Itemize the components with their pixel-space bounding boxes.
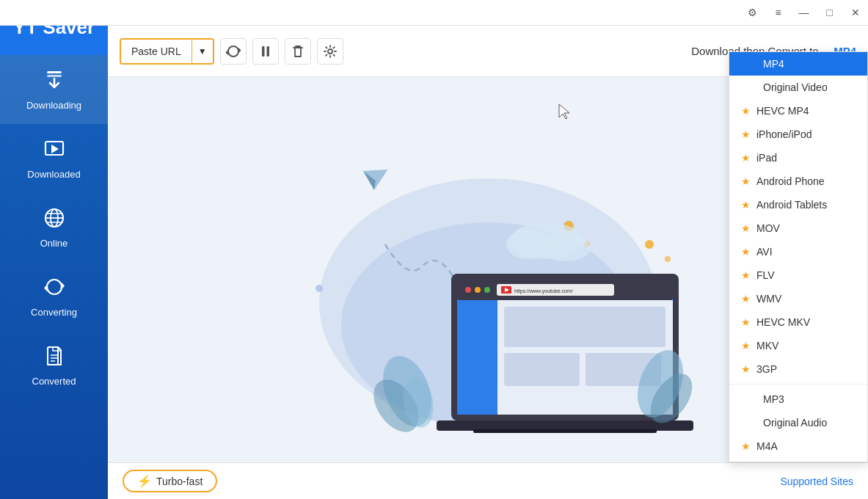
svg-rect-42: [457, 300, 497, 415]
dropdown-item-label: AVI: [756, 246, 773, 258]
delete-button[interactable]: [285, 38, 311, 65]
dropdown-item-label: Android Phone: [756, 175, 825, 187]
dropdown-item-m4a[interactable]: ★M4A: [729, 434, 867, 458]
star-icon: ★: [741, 222, 751, 234]
star-icon: ★: [741, 269, 751, 281]
dropdown-item-label: MKV: [756, 340, 778, 352]
star-icon: ★: [741, 175, 751, 187]
svg-marker-16: [226, 50, 228, 55]
svg-rect-0: [47, 71, 62, 73]
svg-point-24: [645, 240, 654, 249]
dropdown-item-label: HEVC MP4: [756, 105, 809, 117]
dropdown-item-android-phone[interactable]: ★Android Phone: [729, 170, 867, 193]
sidebar-item-downloading-label: Downloading: [26, 100, 81, 111]
svg-point-25: [665, 256, 671, 262]
dropdown-item-label: Original Audio: [763, 417, 827, 429]
paste-url-dropdown-arrow[interactable]: ▼: [192, 40, 213, 63]
dropdown-item-iphone-ipod[interactable]: ★iPhone/iPod: [729, 123, 867, 146]
dropdown-item-hevc-mkv[interactable]: ★HEVC MKV: [729, 310, 867, 334]
dropdown-item-mkv[interactable]: ★MKV: [729, 334, 867, 357]
dropdown-item-label: iPad: [756, 152, 777, 164]
paste-url-button[interactable]: Paste URL ▼: [120, 38, 214, 65]
star-icon: ★: [741, 440, 751, 452]
star-icon: ★: [741, 340, 751, 352]
star-icon: ★: [741, 199, 751, 211]
svg-marker-3: [51, 145, 59, 153]
star-icon: ★: [741, 152, 751, 164]
converted-icon: [43, 344, 66, 371]
dropdown-item-flv[interactable]: ★FLV: [729, 263, 867, 287]
menu-titlebar-button[interactable]: ≡: [765, 0, 791, 26]
svg-text:https://www.youtube.com/: https://www.youtube.com/: [514, 288, 573, 294]
pause-button[interactable]: [252, 38, 279, 65]
sidebar-item-converted-label: Converted: [32, 376, 76, 387]
svg-rect-44: [504, 353, 580, 386]
converting-icon: [43, 275, 66, 302]
sidebar-item-downloaded[interactable]: Downloaded: [0, 124, 108, 193]
dropdown-item-hevc-mp4[interactable]: ★HEVC MP4: [729, 99, 867, 123]
paste-url-label: Paste URL: [121, 40, 192, 63]
dropdown-item-label: WMV: [756, 293, 781, 305]
sidebar: YT Saver Downloading Downloaded: [0, 0, 108, 499]
online-icon: [43, 206, 66, 233]
dropdown-item-mov[interactable]: ★MOV: [729, 216, 867, 240]
dropdown-item-label: 3GP: [756, 363, 777, 375]
dropdown-item-mp3[interactable]: MP3: [729, 387, 867, 411]
dropdown-item-label: Original Video: [763, 81, 828, 93]
dropdown-item-label: HEVC MKV: [756, 316, 810, 328]
svg-rect-46: [437, 420, 693, 431]
refresh-button[interactable]: [220, 38, 247, 65]
downloading-icon: [43, 68, 66, 95]
svg-point-34: [465, 287, 471, 293]
sidebar-item-downloaded-label: Downloaded: [27, 169, 80, 180]
dropdown-item-original-video[interactable]: Original Video: [729, 76, 867, 99]
maximize-button[interactable]: □: [817, 0, 842, 26]
svg-rect-17: [262, 46, 265, 57]
format-dropdown: MP4Original Video★HEVC MP4★iPhone/iPod★i…: [729, 51, 868, 462]
dropdown-item-label: FLV: [756, 269, 775, 281]
star-icon: ★: [741, 363, 751, 375]
dropdown-item-mp4[interactable]: MP4: [729, 52, 867, 76]
svg-rect-18: [266, 46, 269, 57]
svg-point-27: [316, 285, 323, 292]
svg-point-19: [328, 49, 332, 54]
dropdown-item-label: M4A: [756, 440, 778, 452]
dropdown-item-label: MP3: [763, 393, 784, 405]
svg-rect-47: [473, 429, 657, 433]
dropdown-item-label: iPhone/iPod: [756, 128, 812, 140]
sidebar-item-online[interactable]: Online: [0, 193, 108, 262]
star-icon: ★: [741, 246, 751, 258]
turbo-label: Turbo-fast: [156, 476, 203, 487]
settings-button[interactable]: [317, 38, 343, 65]
dropdown-divider: [729, 384, 867, 385]
star-icon: ★: [741, 316, 751, 328]
illustration: https://www.youtube.com/: [260, 98, 715, 442]
supported-sites-link[interactable]: Supported Sites: [780, 476, 853, 487]
dropdown-item-label: Android Tablets: [756, 199, 827, 211]
title-bar: ⚙ ≡ — □ ✕: [0, 0, 868, 26]
star-icon: ★: [741, 293, 751, 305]
svg-rect-1: [47, 75, 62, 77]
settings-titlebar-button[interactable]: ⚙: [740, 0, 765, 26]
dropdown-item-original-audio[interactable]: Original Audio: [729, 411, 867, 434]
dropdown-item-label: MP4: [763, 58, 784, 70]
sidebar-item-converting[interactable]: Converting: [0, 262, 108, 331]
sidebar-item-converted[interactable]: Converted: [0, 331, 108, 400]
dropdown-item-wmv[interactable]: ★WMV: [729, 287, 867, 310]
star-icon: ★: [741, 128, 751, 140]
svg-point-36: [484, 287, 490, 293]
dropdown-item-ipad[interactable]: ★iPad: [729, 146, 867, 170]
dropdown-item-wav[interactable]: ★WAV: [729, 458, 867, 462]
sidebar-item-online-label: Online: [40, 238, 68, 249]
star-icon: ★: [741, 105, 751, 117]
svg-rect-43: [504, 307, 665, 347]
dropdown-item-label: MOV: [756, 222, 780, 234]
close-button[interactable]: ✕: [842, 0, 868, 26]
minimize-button[interactable]: —: [791, 0, 817, 26]
dropdown-item-avi[interactable]: ★AVI: [729, 240, 867, 263]
lightning-icon: ⚡: [137, 474, 152, 488]
downloaded-icon: [43, 137, 66, 164]
dropdown-item-3gp[interactable]: ★3GP: [729, 357, 867, 381]
dropdown-item-android-tablets[interactable]: ★Android Tablets: [729, 193, 867, 216]
sidebar-item-downloading[interactable]: Downloading: [0, 55, 108, 124]
